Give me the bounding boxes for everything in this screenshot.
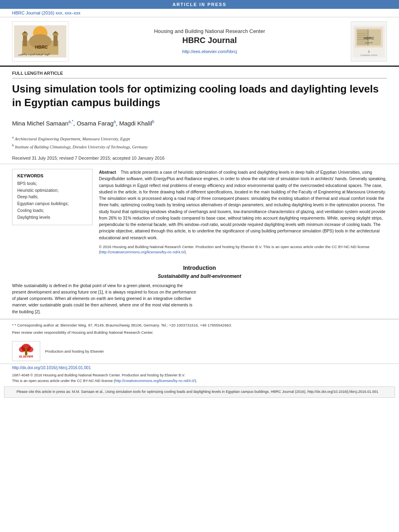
author-3-name: Magdi Khalil xyxy=(119,120,152,127)
affiliation-2: b Institute of Building Climatology, Dre… xyxy=(12,143,387,150)
affiliation-1: a Architectural Engineering Department, … xyxy=(12,135,387,142)
keyword-6: Daylighting levels xyxy=(17,214,87,220)
elsevier-production-text: Production and hosting by Elsevier xyxy=(45,349,104,353)
doi-link[interactable]: http://dx.doi.org/10.1016/j.hbrcj.2016.0… xyxy=(12,366,91,370)
affil-sup-b: b xyxy=(12,143,14,147)
footnote-peer-review: Peer review under responsibility of Hous… xyxy=(12,330,387,335)
journal-institution: Housing and Building National Research C… xyxy=(76,28,343,34)
journal-title-header: HBRC Journal xyxy=(76,36,343,45)
footnote-corresponding: * * Corresponding author at: Bienroder W… xyxy=(12,322,387,328)
footnote-corresponding-text: * Corresponding author at: Bienroder Weg… xyxy=(14,323,232,327)
svg-text:Available online: Available online xyxy=(360,54,378,56)
abstract-section: Abstract This article presents a case of… xyxy=(99,169,387,241)
svg-text:journal: journal xyxy=(365,41,372,44)
footer-oa-text2: ). xyxy=(195,379,197,383)
citation-label: Please cite this article in press as: xyxy=(16,390,71,394)
keyword-4: Egyptian campus buildings; xyxy=(17,201,87,207)
intro-text-col-2 xyxy=(203,282,387,315)
keywords-abstract-section: KEYWORDS BPS tools; Heuristic optimizati… xyxy=(0,165,399,259)
received-text: Received 31 July 2015; revised 7 Decembe… xyxy=(12,156,165,160)
svg-rect-5 xyxy=(22,33,28,35)
hbrc-logo-left: HBRC الهيئة الوطنية للبحوث والتطوير xyxy=(12,21,68,62)
copyright-text-part2: ). xyxy=(185,250,187,254)
abstract-copyright: © 2016 Housing and Building National Res… xyxy=(99,244,387,255)
keyword-5: Cooling loads; xyxy=(17,207,87,214)
affil-1-text: Architectural Engineering Department, Ma… xyxy=(14,136,130,141)
author-1-sup: a,* xyxy=(68,119,73,124)
article-type-label: FULL LENGTH ARTICLE xyxy=(12,71,63,76)
header-center: Housing and Building National Research C… xyxy=(72,28,347,55)
page: ARTICLE IN PRESS HBRC Journal (2016) xxx… xyxy=(0,0,399,532)
journal-ref-text: HBRC Journal (2016) xxx, xxx–xxx xyxy=(12,10,80,15)
doi-area: http://dx.doi.org/10.1016/j.hbrcj.2016.0… xyxy=(0,364,399,372)
svg-text:ELSEVIER: ELSEVIER xyxy=(19,355,33,358)
authors-section: Mina Michel Samaana,*, Osama Faraga, Mag… xyxy=(0,119,399,133)
author-separator-1: , xyxy=(73,120,76,127)
footer-issn: 1687-4048 © 2016 Housing and Building Na… xyxy=(12,373,387,378)
affiliations-section: a Architectural Engineering Department, … xyxy=(0,133,399,153)
copyright-footer: 1687-4048 © 2016 Housing and Building Na… xyxy=(0,372,399,385)
introduction-title: Introduction xyxy=(12,265,387,271)
introduction-text-section: While sustainability is defined in the g… xyxy=(0,282,399,315)
author-separator-2: , xyxy=(116,120,119,127)
affil-sup-a: a xyxy=(12,135,14,139)
footer-oa-text1: This is an open access article under the… xyxy=(12,379,115,383)
affil-2-text: Institute of Building Climatology, Dresd… xyxy=(15,144,148,149)
abstract-label: Abstract xyxy=(99,170,116,175)
svg-rect-27 xyxy=(25,347,27,355)
article-in-press-banner: ARTICLE IN PRESS xyxy=(0,0,399,9)
left-column: KEYWORDS BPS tools; Heuristic optimizati… xyxy=(12,169,93,255)
keywords-title: KEYWORDS xyxy=(17,173,87,178)
author-2-name: Osama Farag xyxy=(77,120,114,127)
introduction-subtitle: Sustainability and built-environment xyxy=(12,273,387,279)
copyright-link[interactable]: http://creativecommons.org/licenses/by-n… xyxy=(100,250,185,254)
svg-text:الهيئة الوطنية للبحوث والتطوير: الهيئة الوطنية للبحوث والتطوير xyxy=(18,53,50,56)
banner-text: ARTICLE IN PRESS xyxy=(173,2,226,7)
hbrc-right-logo-svg: HBRC journal 3 Available online xyxy=(353,25,385,58)
intro-text: While sustainability is defined in the g… xyxy=(12,283,196,314)
keyword-1: BPS tools; xyxy=(17,181,87,187)
abstract-spacer xyxy=(117,170,120,175)
footer-oa-link[interactable]: http://creativecommons.org/licenses/by-n… xyxy=(115,379,195,383)
author-1-name: Mina Michel Samaan xyxy=(12,120,68,127)
svg-text:HBRC: HBRC xyxy=(35,45,48,49)
authors-line: Mina Michel Samaana,*, Osama Faraga, Mag… xyxy=(12,119,387,127)
keyword-2: Heuristic optimization; xyxy=(17,187,87,193)
footer-open-access: This is an open access article under the… xyxy=(12,378,387,384)
right-column: Abstract This article presents a case of… xyxy=(99,169,387,255)
article-type-section: FULL LENGTH ARTICLE xyxy=(12,67,387,78)
elsevier-logo-svg: ELSEVIER xyxy=(14,343,38,359)
svg-rect-7 xyxy=(53,34,58,46)
journal-ref-line: HBRC Journal (2016) xxx, xxx–xxx xyxy=(0,9,399,17)
article-title-section: Using simulation tools for optimizing co… xyxy=(0,78,399,119)
author-3-sup: b xyxy=(152,119,154,124)
received-line: Received 31 July 2015; revised 7 Decembe… xyxy=(0,152,399,164)
keyword-3: Deep halls; xyxy=(17,194,87,200)
article-main-title: Using simulation tools for optimizing co… xyxy=(12,82,387,110)
svg-point-28 xyxy=(19,347,25,352)
hbrc-logo-svg: HBRC الهيئة الوطنية للبحوث والتطوير xyxy=(14,25,66,58)
introduction-header: Introduction Sustainability and built-en… xyxy=(0,259,399,282)
svg-rect-4 xyxy=(23,34,27,46)
citation-box: Please cite this article in press as: M.… xyxy=(4,386,395,398)
svg-text:3: 3 xyxy=(368,50,370,53)
elsevier-area: ELSEVIER Production and hosting by Elsev… xyxy=(0,339,399,364)
journal-url-link[interactable]: http://ees.elsevier.com/hbrcj xyxy=(182,49,237,54)
svg-rect-8 xyxy=(53,33,58,35)
hbrc-logo-right: HBRC journal 3 Available online xyxy=(351,21,387,62)
intro-text-col-1: While sustainability is defined in the g… xyxy=(12,282,196,315)
citation-text: M.M. Samaan et al., Using simulation too… xyxy=(72,390,378,394)
svg-point-29 xyxy=(27,347,33,352)
footnote-area: * * Corresponding author at: Bienroder W… xyxy=(0,319,399,339)
header-section: HBRC الهيئة الوطنية للبحوث والتطوير Hous… xyxy=(0,17,399,67)
keywords-box: KEYWORDS BPS tools; Heuristic optimizati… xyxy=(12,169,93,225)
elsevier-logo: ELSEVIER xyxy=(12,341,40,361)
abstract-text: This article presents a case of heuristi… xyxy=(99,170,387,240)
